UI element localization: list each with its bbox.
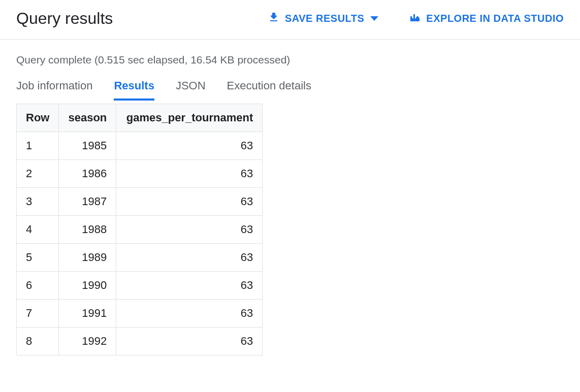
- cell-games: 63: [116, 160, 263, 188]
- cell-row: 1: [17, 132, 59, 160]
- cell-games: 63: [116, 132, 263, 160]
- cell-row: 8: [17, 328, 59, 355]
- table-row: 2198663: [17, 160, 263, 188]
- download-icon: [268, 11, 280, 26]
- cell-season: 1986: [59, 160, 116, 188]
- save-results-label: SAVE RESULTS: [285, 13, 364, 24]
- col-header-season: season: [59, 104, 116, 132]
- cell-games: 63: [116, 272, 263, 300]
- cell-row: 3: [17, 188, 59, 216]
- table-row: 6199063: [17, 272, 263, 300]
- cell-season: 1991: [59, 300, 116, 328]
- save-results-button[interactable]: SAVE RESULTS: [268, 11, 378, 26]
- cell-row: 5: [17, 244, 59, 272]
- explore-label: EXPLORE IN DATA STUDIO: [426, 13, 564, 24]
- cell-games: 63: [116, 188, 263, 216]
- query-status: Query complete (0.515 sec elapsed, 16.54…: [0, 40, 580, 66]
- cell-row: 4: [17, 216, 59, 244]
- cell-games: 63: [116, 300, 263, 328]
- cell-season: 1989: [59, 244, 116, 272]
- cell-season: 1990: [59, 272, 116, 300]
- page-title: Query results: [16, 9, 113, 28]
- table-row: 1198563: [17, 132, 263, 160]
- results-header: Query results SAVE RESULTS EXPLORE IN DA…: [0, 0, 580, 40]
- tab-json[interactable]: JSON: [176, 79, 206, 101]
- svg-rect-0: [410, 16, 412, 21]
- tab-execution-details[interactable]: Execution details: [227, 79, 311, 101]
- cell-season: 1992: [59, 328, 116, 355]
- table-row: 8199263: [17, 328, 263, 355]
- cell-season: 1987: [59, 188, 116, 216]
- col-header-row: Row: [17, 104, 59, 132]
- table-row: 4198863: [17, 216, 263, 244]
- results-table: Row season games_per_tournament 11985632…: [16, 104, 263, 355]
- chart-icon: [409, 11, 421, 26]
- cell-games: 63: [116, 244, 263, 272]
- tab-results[interactable]: Results: [114, 79, 154, 101]
- table-row: 7199163: [17, 300, 263, 328]
- dropdown-caret-icon: [370, 16, 378, 21]
- cell-season: 1988: [59, 216, 116, 244]
- cell-season: 1985: [59, 132, 116, 160]
- result-tabs: Job information Results JSON Execution d…: [0, 66, 580, 101]
- results-table-container: Row season games_per_tournament 11985632…: [0, 101, 580, 355]
- table-row: 3198763: [17, 188, 263, 216]
- tab-job-information[interactable]: Job information: [16, 79, 92, 101]
- col-header-games: games_per_tournament: [116, 104, 263, 132]
- explore-data-studio-button[interactable]: EXPLORE IN DATA STUDIO: [409, 11, 564, 26]
- svg-rect-2: [416, 17, 418, 21]
- cell-row: 2: [17, 160, 59, 188]
- cell-games: 63: [116, 216, 263, 244]
- svg-rect-1: [413, 14, 415, 21]
- cell-games: 63: [116, 328, 263, 355]
- table-row: 5198963: [17, 244, 263, 272]
- cell-row: 7: [17, 300, 59, 328]
- cell-row: 6: [17, 272, 59, 300]
